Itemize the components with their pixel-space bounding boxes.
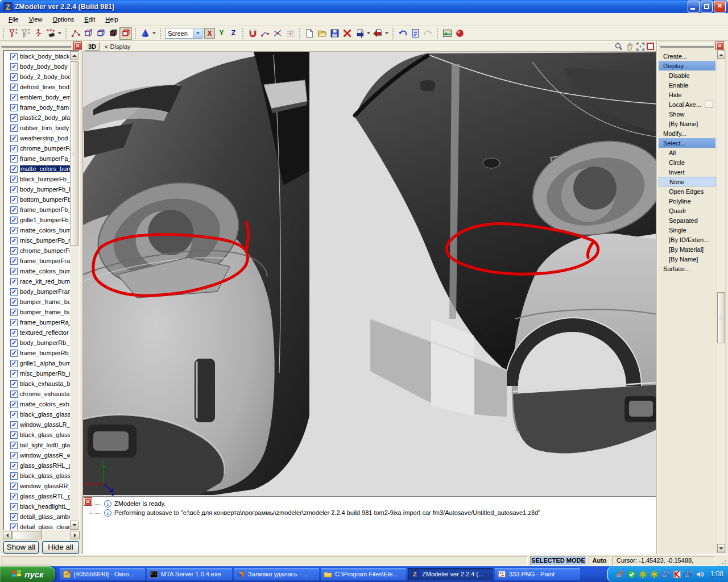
icq-flower-icon[interactable] xyxy=(639,570,647,579)
list-item[interactable]: ✓detail_glass_ambe xyxy=(3,512,70,522)
auto-mode-toggle[interactable]: Auto xyxy=(589,556,610,566)
list-item[interactable]: ✓grille1_bumperFb_ xyxy=(3,215,70,225)
axis-y-button[interactable]: Y xyxy=(216,28,227,39)
toolbar-grip[interactable] xyxy=(135,28,136,39)
snap-edges-icon[interactable] xyxy=(271,27,284,40)
toolbar-grip[interactable] xyxy=(392,28,394,39)
list-item[interactable]: ✓bottom_bumperFb xyxy=(3,194,70,205)
list-item[interactable]: ✓window_glassR_w xyxy=(3,450,70,460)
list-item[interactable]: ✓frame_bumperRa_ xyxy=(3,317,70,327)
skeleton-icon[interactable] xyxy=(44,27,57,40)
toolbar-grip[interactable] xyxy=(242,28,244,39)
new-file-icon[interactable] xyxy=(303,27,316,40)
visibility-checkbox[interactable]: ✓ xyxy=(10,380,18,388)
scroll-up-button[interactable] xyxy=(70,51,78,60)
list-item[interactable]: ✓frame_bumperRb_ xyxy=(3,348,70,358)
menu-edit[interactable]: Edit xyxy=(79,14,100,24)
visibility-checkbox[interactable]: ✓ xyxy=(10,421,18,429)
dropdown-arrow-icon[interactable] xyxy=(151,28,157,39)
list-vertical-scrollbar[interactable] xyxy=(70,51,79,530)
visibility-checkbox[interactable]: ✓ xyxy=(10,186,18,193)
task-button[interactable]: ZZModeler ver 2.2.4 (... xyxy=(408,568,493,580)
visibility-checkbox[interactable]: ✓ xyxy=(10,309,18,316)
visibility-checkbox[interactable]: ✓ xyxy=(10,278,18,285)
visibility-checkbox[interactable]: ✓ xyxy=(10,411,18,418)
list-item[interactable]: ✓black_body_black xyxy=(3,51,70,61)
visibility-checkbox[interactable]: ✓ xyxy=(10,329,18,336)
open-file-icon[interactable] xyxy=(316,27,328,40)
visibility-checkbox[interactable]: ✓ xyxy=(10,350,18,357)
animation-icon[interactable] xyxy=(32,27,44,40)
panel-drag-handle[interactable] xyxy=(1,43,72,47)
list-item[interactable]: ✓detail_glass_clear_ xyxy=(3,522,70,530)
menu-options[interactable]: Options xyxy=(47,14,79,24)
visibility-checkbox[interactable]: ✓ xyxy=(10,176,18,183)
visibility-checkbox[interactable]: ✓ xyxy=(10,442,18,449)
visibility-checkbox[interactable]: ✓ xyxy=(10,73,18,81)
toolbar-grip[interactable] xyxy=(160,28,162,39)
scrollbar-thumb[interactable] xyxy=(717,292,725,343)
command-open-edges[interactable]: Open Edges xyxy=(659,186,715,196)
import-icon[interactable] xyxy=(353,27,366,40)
export-icon[interactable] xyxy=(371,27,384,40)
visibility-checkbox[interactable]: ✓ xyxy=(10,472,18,480)
viewport-canvas[interactable]: x y z xyxy=(82,52,657,496)
task-button[interactable]: [405556640] - Окно... xyxy=(60,568,145,580)
save-file-icon[interactable] xyxy=(328,27,341,40)
task-button[interactable]: Заливка удалась - ... xyxy=(234,568,319,580)
delete-icon[interactable] xyxy=(341,27,353,40)
list-item[interactable]: ✓black_bumperFb_b xyxy=(3,174,70,184)
screen-axis-combo[interactable]: Screen xyxy=(165,28,202,39)
visibility-checkbox[interactable]: ✓ xyxy=(10,431,18,439)
command-circle[interactable]: Circle xyxy=(659,157,715,167)
texture-browser-icon[interactable] xyxy=(441,27,453,40)
visibility-checkbox[interactable]: ✓ xyxy=(10,165,18,173)
kaspersky-icon[interactable] xyxy=(673,570,681,579)
visibility-checkbox[interactable]: ✓ xyxy=(10,401,18,408)
command-all[interactable]: All xyxy=(659,148,715,157)
visibility-checkbox[interactable]: ✓ xyxy=(10,493,18,500)
visibility-checkbox[interactable]: ✓ xyxy=(10,319,18,326)
panel-drag-handle[interactable] xyxy=(660,43,714,47)
list-item[interactable]: ✓black_glass_glassR xyxy=(3,430,70,440)
list-item[interactable]: ✓misc_bumperRb_m xyxy=(3,368,70,379)
command-quadr[interactable]: Quadr xyxy=(659,206,715,215)
detach-gray-icon[interactable] xyxy=(19,27,32,40)
scroll-right-button[interactable] xyxy=(71,531,80,539)
local-axes-box[interactable] xyxy=(705,101,713,108)
panel-close-button[interactable]: ✕ xyxy=(74,42,81,49)
toolbar-grip[interactable] xyxy=(437,28,439,39)
task-button[interactable]: C:\MTA Server 1.0.4.exe xyxy=(147,568,232,580)
task-button[interactable]: 333.PNG - Paint xyxy=(495,568,580,580)
list-item[interactable]: ✓chrome_bumperFa xyxy=(3,143,70,153)
maximize-view-icon[interactable] xyxy=(647,43,654,50)
list-item[interactable]: ✓frame_bumperFb_ xyxy=(3,205,70,215)
pan-icon[interactable] xyxy=(625,42,634,51)
list-item[interactable]: ✓weatherstrip_bod xyxy=(3,133,70,143)
list-item[interactable]: ✓race_kit_red_bum xyxy=(3,276,70,286)
visibility-checkbox[interactable]: ✓ xyxy=(10,288,18,296)
visibility-checkbox[interactable]: ✓ xyxy=(10,452,18,459)
list-item[interactable]: ✓black_headlightL_l xyxy=(3,501,70,512)
menu-view[interactable]: View xyxy=(24,14,48,24)
visibility-checkbox[interactable]: ✓ xyxy=(10,227,18,234)
vertices-mode-icon[interactable] xyxy=(69,27,82,40)
list-item[interactable]: ✓body_bumperRb_l xyxy=(3,338,70,348)
list-item[interactable]: ✓body_bumperFb_b xyxy=(3,184,70,194)
list-item[interactable]: ✓bumper_frame_bu xyxy=(3,297,70,307)
visibility-checkbox[interactable]: ✓ xyxy=(10,84,18,91)
list-item[interactable]: ✓defrost_lines_bod xyxy=(3,82,70,92)
list-item[interactable]: ✓black_exhausta_b xyxy=(3,379,70,389)
toolbar-grip[interactable] xyxy=(299,28,301,39)
hide-all-button[interactable]: Hide all xyxy=(42,541,79,554)
list-item[interactable]: ✓frame_body_fram xyxy=(3,102,70,113)
antivirus-ok-icon[interactable] xyxy=(627,570,636,579)
resize-grip[interactable] xyxy=(719,558,727,565)
visibility-checkbox[interactable]: ✓ xyxy=(10,257,18,265)
close-button[interactable]: ✕ xyxy=(714,1,726,13)
visibility-checkbox[interactable]: ✓ xyxy=(10,268,18,275)
list-item[interactable]: ✓grille1_alpha_bum xyxy=(3,358,70,368)
command-disable[interactable]: Disable xyxy=(659,70,715,80)
list-item[interactable]: ✓body_body_body xyxy=(3,61,70,72)
undo-icon[interactable] xyxy=(396,27,409,40)
